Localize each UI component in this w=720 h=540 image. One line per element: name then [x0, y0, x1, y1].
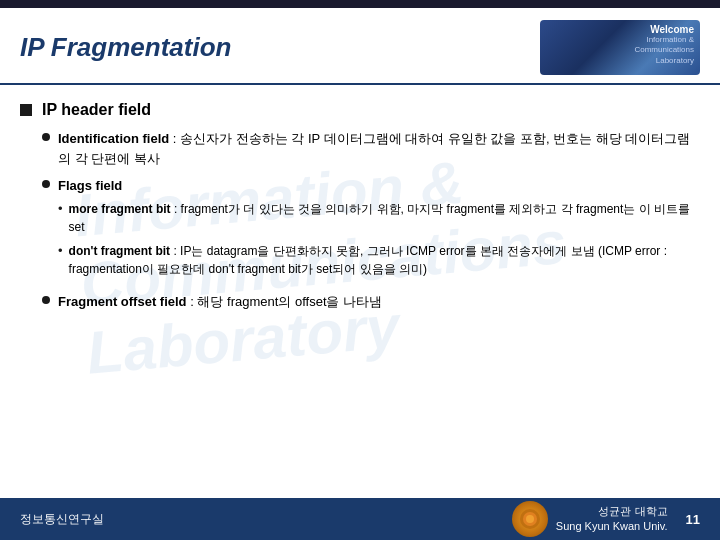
- lab-line1: Information &: [634, 35, 694, 45]
- nested-item-1-text: more fragment bit : fragment가 더 있다는 것을 의…: [69, 200, 700, 236]
- page-number: 11: [686, 512, 700, 527]
- university-name: 성균관 대학교 Sung Kyun Kwan Univ.: [556, 504, 668, 535]
- footer: 정보통신연구실 성균관 대학교 Sung Kyun Kwan Univ. 11: [0, 498, 720, 540]
- uni-name-line1: 성균관 대학교: [556, 504, 668, 519]
- section-bullet: [20, 104, 32, 116]
- item-bullet-1: [42, 133, 50, 141]
- item-1-text: Identification field : 송신자가 전송하는 각 IP 데이…: [58, 129, 700, 168]
- item-3-text: Fragment offset field : 해당 fragment의 off…: [58, 292, 382, 312]
- welcome-text: Welcome: [650, 24, 694, 35]
- item-2-label: Flags field: [58, 178, 122, 193]
- header-image: Welcome Information & Communications Lab…: [540, 20, 700, 75]
- nested-bullets: • more fragment bit : fragment가 더 있다는 것을…: [58, 200, 700, 278]
- university-logo: [512, 501, 548, 537]
- item-3-label: Fragment offset field: [58, 294, 187, 309]
- nested-term-1: more fragment bit: [69, 202, 171, 216]
- nested-term-2: don't fragment bit: [69, 244, 171, 258]
- section-title: IP header field: [42, 101, 151, 119]
- header-bar: [0, 0, 720, 8]
- item-2-content: Flags field • more fragment bit : fragme…: [58, 176, 700, 284]
- main-content: IP header field Identification field : 송…: [0, 85, 720, 329]
- page-title: IP Fragmentation: [20, 32, 231, 63]
- nested-item-1: • more fragment bit : fragment가 더 있다는 것을…: [58, 200, 700, 236]
- item-3-desc: : 해당 fragment의 offset을 나타냄: [187, 294, 383, 309]
- nested-bullet-2: •: [58, 243, 63, 258]
- item-bullet-2: [42, 180, 50, 188]
- footer-right: 성균관 대학교 Sung Kyun Kwan Univ. 11: [512, 501, 700, 537]
- lab-text-lines: Information & Communications Laboratory: [634, 35, 694, 66]
- footer-lab-name: 정보통신연구실: [20, 511, 104, 528]
- list-item: Flags field • more fragment bit : fragme…: [42, 176, 700, 284]
- svg-point-2: [526, 515, 534, 523]
- nested-item-2-text: don't fragment bit : IP는 datagram을 단편화하지…: [69, 242, 700, 278]
- nested-bullet-1: •: [58, 201, 63, 216]
- list-item: Fragment offset field : 해당 fragment의 off…: [42, 292, 700, 312]
- uni-name-line2: Sung Kyun Kwan Univ.: [556, 519, 668, 534]
- lab-line3: Laboratory: [634, 56, 694, 66]
- item-bullet-3: [42, 296, 50, 304]
- header-image-bg: Welcome Information & Communications Lab…: [540, 20, 700, 75]
- top-section: IP Fragmentation Welcome Information & C…: [0, 8, 720, 85]
- sub-items-list: Identification field : 송신자가 전송하는 각 IP 데이…: [20, 129, 700, 311]
- item-1-label: Identification field: [58, 131, 169, 146]
- logo-icon: [518, 507, 542, 531]
- lab-line2: Communications: [634, 45, 694, 55]
- nested-item-2: • don't fragment bit : IP는 datagram을 단편화…: [58, 242, 700, 278]
- list-item: Identification field : 송신자가 전송하는 각 IP 데이…: [42, 129, 700, 168]
- section-header: IP header field: [20, 101, 700, 119]
